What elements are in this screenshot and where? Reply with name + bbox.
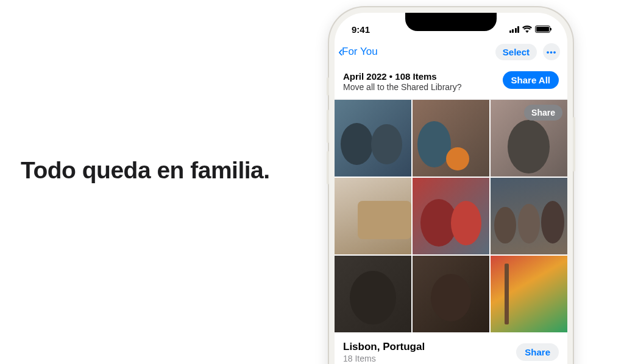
photo-thumbnail[interactable]	[413, 100, 489, 177]
phone-notch	[405, 13, 497, 31]
section-header: April 2022 • 108 Items Move all to the S…	[335, 65, 567, 100]
back-label: For You	[342, 46, 378, 58]
share-all-button[interactable]: Share All	[503, 71, 559, 89]
phone-volume-down	[327, 151, 329, 184]
signal-icon	[509, 26, 520, 33]
photo-thumbnail[interactable]	[413, 178, 489, 254]
footer-subtitle: 18 Items	[343, 354, 425, 363]
phone-volume-up	[327, 110, 329, 143]
photo-thumbnail[interactable]	[491, 178, 567, 254]
wifi-icon	[522, 26, 532, 33]
photo-thumbnail[interactable]	[335, 256, 411, 332]
select-button[interactable]: Select	[495, 44, 537, 60]
phone-body: 9:41 ‹ For You Select ••	[329, 7, 573, 364]
back-button[interactable]: ‹ For You	[338, 44, 378, 59]
photo-thumbnail[interactable]	[335, 100, 411, 177]
status-indicators	[509, 26, 551, 33]
photo-thumbnail[interactable]	[491, 256, 567, 332]
status-time: 9:41	[352, 24, 370, 35]
phone-screen: 9:41 ‹ For You Select ••	[335, 13, 567, 364]
page-headline: Todo queda en familia.	[21, 157, 270, 184]
photo-thumbnail[interactable]	[413, 256, 489, 332]
more-button[interactable]: •••	[543, 43, 560, 60]
footer-section: Lisbon, Portugal 18 Items Share	[335, 332, 567, 364]
photo-grid: Share	[335, 100, 567, 332]
section-subtitle: Move all to the Shared Library?	[343, 82, 462, 92]
share-button[interactable]: Share	[516, 343, 559, 361]
photo-thumbnail[interactable]: Share	[491, 100, 567, 177]
phone-power-button	[573, 117, 575, 172]
phone-mute-switch	[327, 77, 329, 96]
nav-bar: ‹ For You Select •••	[335, 40, 567, 65]
footer-title: Lisbon, Portugal	[343, 341, 425, 353]
ellipsis-icon: •••	[547, 47, 557, 57]
share-overlay-button[interactable]: Share	[524, 105, 562, 121]
battery-icon	[535, 26, 550, 33]
photo-thumbnail[interactable]	[335, 178, 411, 254]
section-title: April 2022 • 108 Items	[343, 71, 462, 82]
phone-mockup: 9:41 ‹ For You Select ••	[329, 0, 585, 364]
